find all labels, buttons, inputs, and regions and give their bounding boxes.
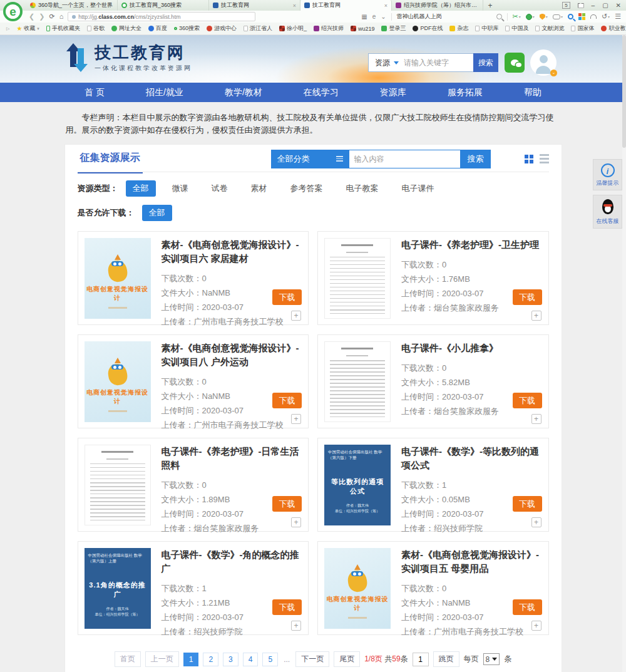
bookmark-item[interactable]: 百度 [148,24,167,33]
tab-count-badge[interactable]: 5 [562,2,570,9]
nav-admissions[interactable]: 招生/就业 [146,87,183,98]
apps-grid-icon[interactable] [578,13,585,20]
wallet-icon[interactable]: ▾ [526,14,535,20]
type-filter-all[interactable]: 全部 [126,180,156,197]
add-icon[interactable]: + [291,311,301,321]
new-tab-button[interactable]: + [483,0,497,11]
add-icon[interactable]: + [531,517,541,527]
forward-button-icon[interactable]: ❯ [39,13,44,20]
page-next[interactable]: 下一页 [295,651,329,667]
chevron-down-icon[interactable]: ⌄ [381,13,386,20]
resource-title[interactable]: 素材-《电商创意视觉海报设计》-实训项目八 户外运动 [162,341,302,369]
bookmark-item[interactable]: 360搜索 [174,24,200,33]
scrollbar-thumb[interactable] [622,35,626,148]
nav-services[interactable]: 服务拓展 [448,87,483,98]
tab-close-icon[interactable]: × [293,3,296,9]
tab-close-icon[interactable]: × [384,3,387,9]
zoom-search-icon[interactable] [568,14,573,19]
panel-search-button[interactable]: 搜索 [461,150,491,168]
search-icon[interactable] [496,14,502,19]
page-first[interactable]: 首页 [115,651,141,667]
bookmark-item[interactable]: 国家体 [571,24,594,33]
scrollbar[interactable] [622,35,626,672]
browser-360-logo-icon[interactable]: e [3,2,23,21]
browser-search-box[interactable]: 雷神山机器人上岗 [397,13,502,21]
resource-thumbnail[interactable]: 电商创意视觉海报设计 [85,341,151,422]
per-page-select[interactable]: 8 [483,653,500,665]
back-button-icon[interactable]: ❮ [29,13,34,20]
site-logo[interactable]: 技工教育网 一体化课程教学改革资源网 [65,42,192,73]
nav-teaching[interactable]: 教学/教材 [225,87,262,98]
page-2[interactable]: 2 [203,653,218,666]
add-icon[interactable]: + [531,621,541,631]
close-button[interactable]: ✕ [616,2,621,9]
home-icon[interactable]: ⌂ [59,13,64,20]
game-center-icon[interactable]: ▾ [553,14,563,19]
maximize-button[interactable]: ▢ [602,2,608,9]
page-prev[interactable]: 上一页 [145,651,179,667]
resource-title[interactable]: 电子课件-《养老护理》-日常生活照料 [162,445,302,472]
qr-code-icon[interactable]: ▦ [361,13,367,20]
resource-title[interactable]: 电子课件-《数学》-等比数列的通项公式 [401,445,542,472]
wechat-icon[interactable] [505,53,525,73]
type-filter-microcourse[interactable]: 微课 [165,180,195,197]
resource-thumbnail[interactable] [324,341,391,422]
bookmark-item[interactable]: PDF在线 [413,24,443,33]
bookmark-item[interactable]: 文献浏览 [535,24,564,33]
nav-home[interactable]: 首 页 [85,87,105,98]
add-icon[interactable]: + [291,621,301,631]
menu-icon[interactable]: ☰ [615,13,621,20]
download-button[interactable]: 下载 [272,393,302,408]
resource-title[interactable]: 素材-《电商创意视觉海报设计》-实训项目六 家居建材 [162,238,302,266]
grid-view-icon[interactable] [525,155,533,163]
browser-tab-5[interactable]: 绍兴技师学院（筹）绍兴市职教 [392,0,483,11]
bookmarks-expand-icon[interactable]: ▷ [6,26,9,31]
bookmark-item[interactable]: 职业教育 [601,24,626,33]
resource-thumbnail[interactable]: 电商创意视觉海报设计 [85,238,151,319]
nav-help[interactable]: 帮助 [524,87,541,98]
header-search-button[interactable]: 搜索 [473,53,498,72]
download-button[interactable]: 下载 [513,393,542,408]
resource-thumbnail[interactable] [324,238,391,319]
add-icon[interactable]: + [531,414,541,424]
resource-title[interactable]: 电子课件-《小儿推拿》 [401,341,542,355]
browser-tab-3[interactable]: 技工教育网× [209,0,300,11]
compat-mode-icon[interactable]: e [372,13,376,20]
add-icon[interactable]: + [531,311,541,321]
bookmark-item[interactable]: 登录三 [381,24,406,33]
download-button[interactable]: 下载 [513,599,542,615]
resource-thumbnail[interactable]: 中国劳动社会保障出版社 数学（第六版）下册 等比数列的通项公式 作者：魏大伟单位… [324,445,391,525]
resource-thumbnail[interactable]: 电商创意视觉海报设计 [324,548,391,629]
nav-online-learning[interactable]: 在线学习 [304,87,339,98]
nav-resource-library[interactable]: 资源库 [380,87,406,98]
bookmark-item[interactable]: 中职库 [475,24,498,33]
type-filter-courseware[interactable]: 电子课件 [395,180,441,197]
search-category-dropdown[interactable]: 资源 [369,58,394,68]
page-4[interactable]: 4 [243,653,259,666]
resource-title[interactable]: 素材-《电商创意视觉海报设计》-实训项目五 母婴用品 [401,548,542,576]
screenshot-scissors-icon[interactable]: ✂▾ [513,13,521,20]
resource-thumbnail[interactable] [85,445,151,525]
download-button[interactable]: 下载 [513,496,542,512]
bookmark-item[interactable]: 手机收藏夹 [46,24,80,33]
bookmark-item[interactable]: 杂志 [449,24,468,33]
add-icon[interactable]: + [291,414,301,424]
category-dropdown-button[interactable]: 全部分类 [271,150,349,168]
type-filter-answers[interactable]: 参考答案 [284,180,330,197]
bookmark-item[interactable]: wu219 [351,26,375,32]
resource-title[interactable]: 电子课件-《养老护理》-卫生护理 [401,238,542,252]
jump-page-button[interactable]: 跳页 [433,651,459,667]
download-button[interactable]: 下载 [272,289,302,305]
download-button[interactable]: 下载 [272,496,302,512]
browser-tab-1[interactable]: 360导航_一个主页，整个世界 [26,0,118,11]
download-button[interactable]: 下载 [272,599,302,615]
chevron-down-icon[interactable] [394,61,399,65]
bookmark-item[interactable]: 网址大全 [111,24,141,33]
type-filter-exam[interactable]: 试卷 [205,180,235,197]
page-5[interactable]: 5 [262,653,278,666]
security-shield-icon[interactable]: ▾ [540,14,548,20]
bookmark-item[interactable]: 浙江省人 [244,24,272,33]
bookmark-item[interactable]: 游戏中心 [207,24,237,33]
url-field[interactable]: http://jg.class.com.cn/cms/zjzyzslist.ht… [68,12,255,21]
resource-title[interactable]: 电子课件-《数学》-角的概念的推广 [162,548,302,576]
